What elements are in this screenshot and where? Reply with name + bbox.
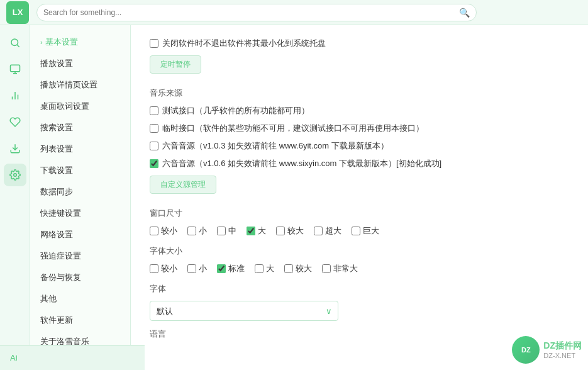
search-bar[interactable]: 🔍 — [36, 4, 477, 21]
main-layout: › 基本设置 播放设置 播放详情页设置 桌面歌词设置 搜索设置 列表设置 下载设… — [0, 25, 588, 370]
font-size-options: 较小 小 标准 大 较大 非常大 — [150, 263, 569, 274]
watermark-circle: DZ — [512, 336, 540, 364]
nav-item-desktop-lyrics[interactable]: 桌面歌词设置 — [30, 96, 130, 117]
svg-point-0 — [11, 39, 18, 46]
source-option-3: 六音音源（v1.0.6 如失效请前往 www.sixyin.com 下载最新版本… — [150, 158, 569, 169]
window-size-label-small: 小 — [199, 225, 207, 237]
nav-item-update[interactable]: 软件更新 — [30, 310, 130, 331]
window-size-medium: 中 — [217, 225, 236, 237]
font-select-wrap: 默认 微软雅黑 宋体 黑体 ∨ — [150, 301, 338, 321]
nav-item-backup[interactable]: 备份与恢复 — [30, 267, 130, 288]
window-size-checkbox-small[interactable] — [187, 227, 196, 235]
app-logo: LX — [6, 1, 29, 24]
window-size-huge: 巨大 — [352, 225, 379, 237]
font-size-label-xlarge: 较大 — [296, 263, 312, 274]
source-option-2: 六音音源（v1.0.3 如失效请前往 www.6yit.com 下载最新版本） — [150, 140, 569, 152]
font-title: 字体 — [150, 283, 569, 294]
font-size-label-xxlarge: 非常大 — [333, 263, 358, 274]
nav-item-shortcuts[interactable]: 快捷键设置 — [30, 203, 130, 224]
font-size-checkbox-large[interactable] — [255, 264, 263, 273]
window-size-xsmall: 较小 — [150, 225, 177, 237]
font-size-label-large: 大 — [266, 263, 274, 274]
watermark-text-block: DZ插件网 DZ-X.NET — [543, 340, 582, 359]
content-area: 关闭软件时不退出软件将其最小化到系统托盘 定时暂停 音乐来源 测试接口（几乎软件… — [131, 25, 588, 370]
search-icon: 🔍 — [459, 8, 470, 18]
window-size-label-xlarge: 较大 — [287, 225, 304, 237]
source-label-3: 六音音源（v1.0.6 如失效请前往 www.sixyin.com 下载最新版本… — [162, 158, 441, 169]
font-size-label-small: 小 — [199, 263, 207, 274]
custom-source-button[interactable]: 自定义源管理 — [150, 176, 216, 194]
source-option-1: 临时接口（软件的某些功能不可用，建议测试接口不可用再使用本接口） — [150, 123, 569, 134]
sidebar-icon-download[interactable] — [4, 137, 26, 160]
font-size-xsmall: 较小 — [150, 263, 177, 274]
close-to-tray-checkbox[interactable] — [150, 39, 158, 48]
sidebar-icon-settings[interactable] — [4, 164, 26, 186]
font-size-checkbox-small[interactable] — [187, 264, 196, 273]
ai-banner-text: Ai — [10, 353, 18, 362]
close-to-tray-label: 关闭软件时不退出软件将其最小化到系统托盘 — [162, 38, 326, 49]
window-size-label-medium: 中 — [228, 225, 236, 237]
font-size-checkbox-standard[interactable] — [217, 264, 226, 273]
watermark-main-text: DZ插件网 — [543, 340, 582, 352]
search-input[interactable] — [43, 8, 459, 17]
font-size-checkbox-xxlarge[interactable] — [322, 264, 331, 273]
timer-pause-button[interactable]: 定时暂停 — [150, 55, 201, 74]
watermark-sub-text: DZ-X.NET — [543, 352, 582, 359]
sidebar-icon-heart[interactable] — [4, 111, 26, 133]
window-size-large: 大 — [247, 225, 266, 237]
source-checkbox-1[interactable] — [150, 124, 158, 133]
nav-item-network[interactable]: 网络设置 — [30, 224, 130, 245]
window-size-xlarge: 较大 — [276, 225, 304, 237]
close-to-tray-row: 关闭软件时不退出软件将其最小化到系统托盘 — [150, 38, 569, 49]
source-label-1: 临时接口（软件的某些功能不可用，建议测试接口不可用再使用本接口） — [162, 123, 424, 134]
nav-arrow: › — [40, 38, 43, 46]
nav-item-ocd[interactable]: 强迫症设置 — [30, 245, 130, 267]
lang-title: 语言 — [150, 328, 569, 340]
nav-item-basic[interactable]: › 基本设置 — [30, 31, 130, 53]
svg-rect-2 — [10, 65, 19, 72]
source-label-0: 测试接口（几乎软件的所有功能都可用） — [162, 105, 309, 116]
sidebar-icon-music[interactable] — [4, 58, 26, 81]
watermark: DZ DZ插件网 DZ-X.NET — [512, 336, 582, 364]
font-size-label-standard: 标准 — [228, 263, 245, 274]
window-size-small: 小 — [187, 225, 207, 237]
nav-item-download[interactable]: 下载设置 — [30, 160, 130, 181]
window-size-checkbox-huge[interactable] — [352, 227, 360, 235]
nav-item-list[interactable]: 列表设置 — [30, 138, 130, 160]
window-size-checkbox-xxlarge[interactable] — [314, 227, 323, 235]
ai-banner: Ai — [0, 345, 145, 370]
window-size-checkbox-large[interactable] — [247, 227, 255, 235]
window-size-label-xsmall: 较小 — [161, 225, 177, 237]
font-size-label-xsmall: 较小 — [161, 263, 177, 274]
source-checkbox-3[interactable] — [150, 159, 158, 168]
font-size-title: 字体大小 — [150, 245, 569, 257]
music-source-title: 音乐来源 — [150, 87, 569, 99]
svg-point-9 — [13, 174, 16, 177]
window-size-title: 窗口尺寸 — [150, 208, 569, 219]
font-size-small: 小 — [187, 263, 207, 274]
window-size-checkbox-xlarge[interactable] — [276, 227, 285, 235]
window-size-xxlarge: 超大 — [314, 225, 341, 237]
nav-item-sync[interactable]: 数据同步 — [30, 181, 130, 203]
nav-item-play-detail[interactable]: 播放详情页设置 — [30, 74, 130, 96]
font-size-checkbox-xlarge[interactable] — [284, 264, 293, 273]
font-size-checkbox-xsmall[interactable] — [150, 264, 158, 273]
nav-item-other[interactable]: 其他 — [30, 288, 130, 310]
font-size-xxlarge: 非常大 — [322, 263, 358, 274]
window-size-checkbox-xsmall[interactable] — [150, 227, 158, 235]
source-checkbox-0[interactable] — [150, 106, 158, 115]
window-size-label-xxlarge: 超大 — [325, 225, 341, 237]
source-checkbox-2[interactable] — [150, 142, 158, 150]
nav-sidebar: › 基本设置 播放设置 播放详情页设置 桌面歌词设置 搜索设置 列表设置 下载设… — [30, 25, 131, 370]
source-label-2: 六音音源（v1.0.3 如失效请前往 www.6yit.com 下载最新版本） — [162, 140, 389, 152]
window-size-checkbox-medium[interactable] — [217, 227, 226, 235]
window-size-options: 较小 小 中 大 较大 超大 — [150, 225, 569, 237]
sidebar-icon-chart[interactable] — [4, 84, 26, 107]
font-size-large: 大 — [255, 263, 274, 274]
font-size-standard: 标准 — [217, 263, 245, 274]
nav-item-play[interactable]: 播放设置 — [30, 53, 130, 74]
nav-item-search[interactable]: 搜索设置 — [30, 117, 130, 138]
sidebar-icon-search[interactable] — [4, 31, 26, 54]
titlebar: LX 🔍 — [0, 0, 588, 25]
font-select[interactable]: 默认 微软雅黑 宋体 黑体 — [150, 301, 338, 321]
